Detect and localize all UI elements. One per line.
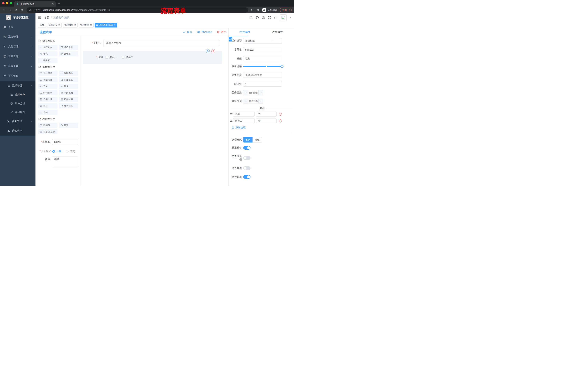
tag-流程表单[interactable]: 流程表单✕ (79, 23, 93, 28)
option-style-按钮[interactable]: 按钮 (252, 137, 262, 142)
min-select-stepper[interactable]: − + (243, 90, 263, 95)
max-select-stepper[interactable]: − + (243, 99, 263, 104)
reload-icon[interactable] (14, 8, 18, 12)
palette-item-开关[interactable]: 开关 (38, 84, 57, 89)
status-radio-关闭[interactable]: 关闭 (66, 150, 75, 153)
fullscreen-icon[interactable] (268, 16, 271, 19)
phone-input[interactable] (104, 40, 220, 46)
grid-slider[interactable] (243, 66, 282, 67)
github-icon[interactable] (256, 16, 259, 19)
tag-close-icon[interactable]: ✕ (114, 24, 116, 26)
copy-field-button[interactable] (206, 49, 210, 53)
save-button[interactable]: 保存 (183, 30, 192, 34)
sidebar-item-请假查询[interactable]: 请假查询 (0, 126, 35, 136)
help-icon[interactable] (262, 16, 265, 19)
form-name-input[interactable] (52, 139, 78, 145)
title-input[interactable] (243, 56, 282, 61)
sidebar-item-流程管理[interactable]: 流程管理 (0, 81, 35, 90)
gender-checkbox-选项二[interactable]: 选项二 (122, 56, 133, 59)
palette-item-按钮[interactable]: 按钮 (59, 123, 78, 128)
sidebar-item-首页[interactable]: 首页 (0, 22, 35, 32)
default-value-input[interactable] (243, 81, 282, 87)
canvas-field-gender[interactable]: 性别 选项一选项二 (83, 51, 222, 64)
canvas-field-phone[interactable]: 手机号 (83, 40, 220, 46)
palette-item-多行文本[interactable]: 多行文本 (59, 45, 78, 50)
palette-item-时间选择[interactable]: 时间选择 (38, 90, 57, 95)
tag-close-icon[interactable]: ✕ (58, 24, 60, 26)
toggle-是否带边框[interactable] (243, 156, 251, 160)
palette-item-级联选择[interactable]: 级联选择 (59, 71, 78, 76)
sidebar-item-流程模型[interactable]: 流程模型 (0, 108, 35, 117)
palette-item-密码[interactable]: 密码 (38, 51, 57, 56)
form-canvas[interactable]: 手机号 性别 选项一选项二 (81, 36, 229, 186)
option-label-input[interactable] (233, 112, 254, 117)
label-width-input[interactable] (243, 72, 282, 78)
plus-button[interactable]: + (258, 90, 263, 95)
palette-item-评分[interactable]: 评分 (38, 103, 57, 108)
link-tab[interactable] (229, 37, 232, 42)
home-icon[interactable] (20, 8, 24, 12)
window-zoom-button[interactable] (10, 2, 12, 4)
sidebar-item-基础设施[interactable]: 基础设施 (0, 52, 35, 61)
palette-item-单行文本[interactable]: 单行文本 (38, 45, 57, 50)
clear-button[interactable]: 清空 (217, 30, 226, 34)
option-value-input[interactable] (256, 112, 276, 117)
sidebar-item-任务管理[interactable]: 任务管理 (0, 117, 35, 126)
browser-update-button[interactable]: 更新 ⋮ (280, 8, 292, 12)
window-controls[interactable] (2, 2, 12, 4)
browser-tab[interactable]: 芋道管理系统 ✕ (14, 1, 56, 7)
minus-button[interactable]: − (243, 99, 248, 104)
font-size-icon[interactable]: TT (274, 16, 277, 19)
min-select-input[interactable] (248, 90, 258, 95)
tag-流程定义[interactable]: 流程定义✕ (47, 23, 62, 28)
plus-button[interactable]: + (258, 99, 263, 104)
sidebar-item-系统管理[interactable]: 系统管理 (0, 32, 35, 42)
minus-button[interactable]: − (243, 90, 248, 95)
avatar[interactable] (280, 14, 286, 21)
palette-item-单选框组[interactable]: 单选框组 (38, 77, 57, 82)
option-value-input[interactable] (256, 118, 276, 123)
hamburger-icon[interactable] (38, 16, 41, 19)
sidebar-item-支付管理[interactable]: ¥支付管理 (0, 42, 35, 52)
back-icon[interactable] (2, 8, 7, 12)
status-radio-开启[interactable]: 开启 (52, 150, 61, 153)
tab-form-props[interactable]: 表单属性 (262, 28, 294, 36)
palette-item-滑块[interactable]: 滑块 (59, 84, 78, 89)
sidebar-item-用户分组[interactable]: 用户分组 (0, 99, 35, 108)
toggle-是否禁用[interactable] (243, 166, 251, 170)
address-bar[interactable]: 不安全 dashboard.yudao.iocoder.cn/bpm/manag… (27, 8, 248, 12)
palette-item-计数器[interactable]: 123计数器 (59, 51, 78, 56)
tab-close-icon[interactable]: ✕ (52, 2, 54, 5)
forward-icon[interactable] (8, 8, 12, 12)
drag-handle-icon[interactable] (230, 119, 233, 122)
tag-首页[interactable]: 首页 (38, 23, 46, 28)
chevron-down-icon[interactable] (289, 17, 292, 19)
security-warning-icon[interactable] (29, 9, 32, 11)
bookmark-star-icon[interactable] (256, 8, 259, 11)
delete-field-button[interactable] (211, 49, 215, 53)
palette-item-日期范围[interactable]: 日期范围 (59, 97, 78, 102)
palette-item-行容器[interactable]: 行容器 (38, 123, 57, 128)
palette-item-表格[开发中][interactable]: 表格[开发中] (38, 129, 57, 134)
max-select-input[interactable] (248, 99, 258, 104)
search-icon[interactable] (250, 16, 253, 19)
drag-handle-icon[interactable] (230, 113, 233, 116)
tag-流程模型[interactable]: 流程模型✕ (63, 23, 77, 28)
window-close-button[interactable] (2, 2, 5, 4)
palette-item-时间范围[interactable]: 时间范围 (59, 90, 78, 95)
sidebar-item-流程表单[interactable]: 流程表单 (0, 90, 35, 99)
palette-item-日期选择[interactable]: 日期选择 (38, 97, 57, 102)
sidebar-item-研发工具[interactable]: 研发工具 (0, 61, 35, 71)
remove-option-icon[interactable] (279, 119, 282, 123)
gender-checkbox-选项一[interactable]: 选项一 (105, 56, 117, 59)
option-style-默认[interactable]: 默认 (243, 137, 252, 142)
tab-component-props[interactable]: 组件属性 (229, 28, 262, 36)
palette-item-编辑器[interactable]: 编辑器 (38, 58, 57, 63)
tag-流程表单-编辑[interactable]: 流程表单-编辑✕ (94, 23, 117, 28)
field-name-input[interactable] (243, 47, 282, 53)
add-option-button[interactable]: 添加选项 (231, 126, 294, 129)
sidebar-item-工作流程[interactable]: 工作流程 (0, 71, 35, 81)
toggle-是否必填[interactable] (243, 175, 251, 179)
remark-textarea[interactable]: 嘿嘿 (52, 157, 78, 167)
palette-item-下拉选择[interactable]: 下拉选择 (38, 71, 57, 76)
